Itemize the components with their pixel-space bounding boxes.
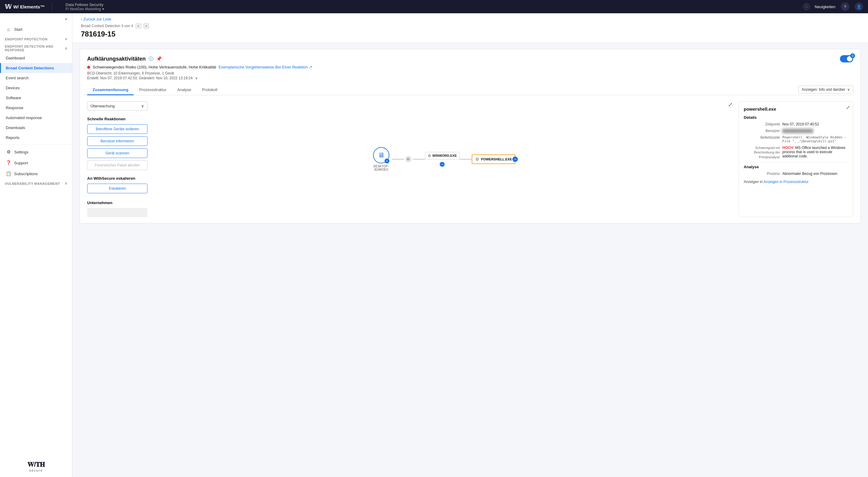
- sidebar-item-support[interactable]: ❓ Support: [0, 157, 72, 168]
- chevron-down-icon: ▾: [102, 7, 104, 11]
- meta-dates: Erstellt: Nov 07, 2019 07:42:53; Geänder…: [87, 76, 853, 80]
- close-panel-button[interactable]: ⤢: [846, 105, 850, 110]
- expand-meta-icon[interactable]: ∨: [195, 76, 198, 80]
- sidebar-item-subscriptions[interactable]: 📋 Subscriptions: [0, 168, 72, 179]
- sidebar-item-start[interactable]: ⌂ Start: [0, 24, 72, 35]
- gear-icon-1: ⚙: [405, 156, 412, 162]
- detail-key-benutzer: Benutzer: [744, 129, 780, 133]
- card-info-icon[interactable]: ⓘ: [149, 56, 153, 62]
- card-tabs: Zusammenfassung Prozessstruktur Analyse …: [87, 85, 798, 95]
- sidebar-item-settings[interactable]: ⚙ Settings: [0, 147, 72, 157]
- sidebar-collapse-button[interactable]: «: [0, 13, 72, 24]
- expand-graph-button[interactable]: ⤢: [728, 101, 733, 108]
- tab-prozessstruktur[interactable]: Prozessstruktur: [134, 85, 172, 95]
- sidebar-item-devices[interactable]: Devices: [0, 83, 72, 93]
- home-icon: ⌂: [6, 27, 11, 32]
- sidebar-item-label: Response: [6, 105, 24, 110]
- filter-chevron-icon: ∨: [141, 104, 144, 108]
- sidebar-item-label: Downloads: [6, 125, 25, 130]
- top-navigation: 𝕎 W/ Elements™ Data Fellows Security FI …: [0, 0, 868, 13]
- collapse-icon-edr: ∧: [65, 46, 67, 50]
- eskalieren-button[interactable]: Eskalieren: [87, 184, 148, 193]
- connector-2: [460, 159, 472, 159]
- sidebar-item-label: Event search: [6, 76, 29, 80]
- severity-link[interactable]: Exemplarische Vorgehensweise Bei Einer R…: [219, 65, 312, 69]
- details-label: Details: [744, 115, 848, 120]
- sidebar-item-software[interactable]: Software: [0, 93, 72, 103]
- next-detection-button[interactable]: >: [144, 23, 149, 29]
- sidebar-item-label: Start: [14, 27, 22, 32]
- endpoint-detection-section[interactable]: ENDPOINT DETECTION AND RESPONSE ∧: [0, 42, 72, 53]
- vulnerability-management-section[interactable]: VULNERABILITY MANAGEMENT ∨: [0, 179, 72, 187]
- conn-line-3: [460, 159, 472, 159]
- endpoint-protection-section[interactable]: ENDPOINT PROTECTION ∨: [0, 35, 72, 42]
- breadcrumb-nav: Broad Context Detection 3 von 4 < >: [81, 23, 860, 29]
- company-section: Unternehmen: [87, 200, 148, 217]
- card-controls-right: Anzeigen: Info und darüber ∨: [798, 86, 853, 95]
- process-graph: 🖥 − DESKTOP-3G4ROEV ⚙: [365, 141, 522, 177]
- toggle-button[interactable]: 0: [840, 55, 853, 62]
- app-layout: « ⌂ Start ENDPOINT PROTECTION ∨ ENDPOINT…: [0, 13, 868, 477]
- tab-protokoll[interactable]: Protokoll: [197, 85, 223, 95]
- tab-zusammenfassung[interactable]: Zusammenfassung: [87, 85, 134, 95]
- info-icon[interactable]: ⓘ: [803, 3, 810, 10]
- sidebar-item-label: Settings: [14, 150, 28, 154]
- sidebar-item-event-search[interactable]: Event search: [0, 73, 72, 83]
- powershell-label: POWERSHELL.EXE: [481, 157, 512, 161]
- detection-card: Aufklärungsaktivitäten ⓘ 📌 0 Schwerwiege…: [80, 49, 861, 223]
- winword-label: WINWORD.EXE: [433, 154, 457, 157]
- main-content: ‹ Zurück zur Liste Broad Context Detecti…: [72, 13, 868, 477]
- winword-gear-icon: ⚙: [428, 154, 431, 158]
- analyse-section-label: Analyse: [744, 165, 848, 169]
- powershell-minus-badge: −: [513, 157, 518, 162]
- sidebar-item-response[interactable]: Response: [0, 103, 72, 113]
- show-dropdown[interactable]: Anzeigen: Info und darüber ∨: [798, 86, 853, 93]
- isolate-button[interactable]: Betroffene Geräte isolieren: [87, 124, 148, 134]
- back-link[interactable]: ‹ Zurück zur Liste: [81, 17, 860, 22]
- anzeigen-link-row: Anzeigen in Anzeigen in Prozessstruktur: [744, 180, 848, 184]
- meta-dates-text: Erstellt: Nov 07, 2019 07:42:53; Geänder…: [87, 76, 193, 80]
- toggle-badge: 0: [850, 53, 855, 58]
- card-tabs-row: Zusammenfassung Prozessstruktur Analyse …: [87, 85, 853, 95]
- sidebar-item-label: Automated response: [6, 116, 42, 120]
- detail-row-schweregrad: Schweregrad mit Beschreibung der Primära…: [744, 146, 848, 159]
- sidebar-item-label: Reports: [6, 135, 20, 140]
- org-selector[interactable]: Data Fellows Security FI NextGen Marketi…: [65, 2, 798, 11]
- forensic-button[interactable]: Forensisches Paket abrufen: [87, 160, 148, 170]
- severity-line: Schwerwiegendes Risiko (100), Hohe Vertr…: [87, 65, 853, 69]
- powershell-node: ⚙ POWERSHELL.EXE −: [472, 154, 516, 164]
- detail-row-befehlszeile: Befehlszeile Powershell -WindowStyle Hid…: [744, 135, 848, 143]
- org-title: Data Fellows Security: [65, 2, 798, 7]
- card-title: Aufklärungsaktivitäten: [87, 56, 146, 62]
- detail-value-befehlszeile: Powershell -WindowStyle Hidden -File "..…: [782, 135, 848, 143]
- sidebar-item-reports[interactable]: Reports: [0, 133, 72, 142]
- sidebar-item-downloads[interactable]: Downloads: [0, 123, 72, 133]
- powershell-box: ⚙ POWERSHELL.EXE −: [472, 154, 516, 164]
- inform-button[interactable]: Benutzer informieren: [87, 136, 148, 146]
- user-icon: 👤: [857, 4, 861, 9]
- expand-icon-vuln: ∨: [65, 182, 67, 185]
- show-dropdown-icon: ∨: [847, 88, 850, 92]
- sidebar: « ⌂ Start ENDPOINT PROTECTION ∨ ENDPOINT…: [0, 13, 72, 477]
- tab-analyse[interactable]: Analyse: [172, 85, 197, 95]
- help-button[interactable]: ?: [841, 2, 849, 11]
- scan-button[interactable]: Gerät scannen: [87, 148, 148, 158]
- breadcrumb-text: Broad Context Detection 3 von 4: [81, 24, 133, 28]
- conn-line-1: [392, 159, 404, 159]
- company-label: Unternehmen: [87, 200, 148, 205]
- sidebar-item-label: Dashboard: [6, 56, 25, 60]
- sidebar-item-broad-context[interactable]: Broad Context Detections: [0, 63, 72, 73]
- prozessstruktur-link[interactable]: Anzeigen in Prozessstruktur: [763, 180, 808, 184]
- sidebar-item-dashboard[interactable]: Dashboard: [0, 53, 72, 63]
- card-pin-icon[interactable]: 📌: [156, 56, 162, 62]
- prev-detection-button[interactable]: <: [135, 23, 141, 29]
- user-menu-button[interactable]: 👤: [855, 2, 863, 11]
- org-sub[interactable]: FI NextGen Marketing ▾: [65, 7, 798, 11]
- sidebar-item-automated-response[interactable]: Automated response: [0, 113, 72, 123]
- filter-dropdown[interactable]: Überwachung ∨: [87, 101, 148, 110]
- with-secure-logo: 𝐖/𝐓𝐇 secure: [0, 456, 72, 477]
- schnelle-reaktionen-label: Schnelle Reaktionen: [87, 117, 148, 121]
- neuigkeiten-link[interactable]: Neuigkeiten: [815, 4, 835, 9]
- escalate-label: An WithSecure eskalieren: [87, 176, 148, 181]
- detail-value-zeitpunkt: Nov 07, 2019 07:40:52: [782, 122, 848, 126]
